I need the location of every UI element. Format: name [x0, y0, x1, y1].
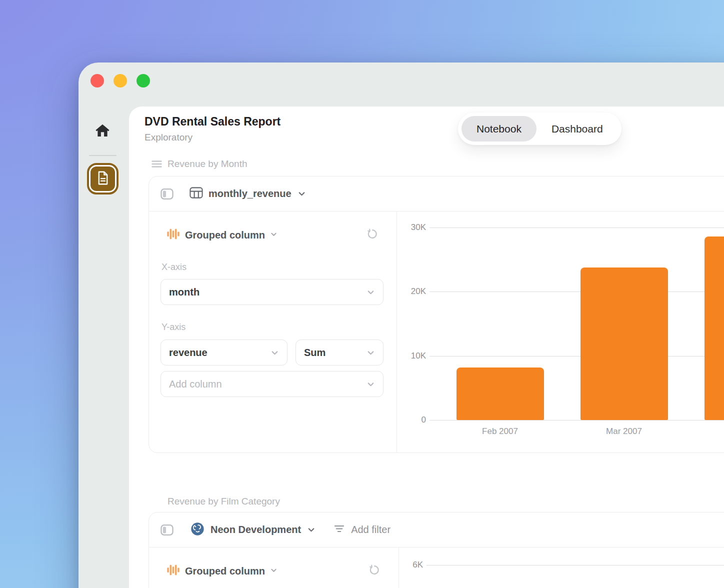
y-gridline [430, 420, 724, 420]
y-gridline [430, 292, 724, 292]
y-tick-label: 0 [398, 415, 426, 425]
chevron-down-icon [366, 288, 375, 296]
reset-chart-button[interactable] [366, 228, 378, 240]
section-title-revenue-by-film-category: Revenue by Film Category [168, 496, 280, 507]
y-axis-select[interactable]: revenue [160, 340, 288, 366]
sidebar-divider [89, 155, 116, 156]
tab-dashboard[interactable]: Dashboard [536, 116, 618, 142]
app-window: DVD Rental Sales Report Exploratory Note… [78, 62, 724, 588]
main-panel: DVD Rental Sales Report Exploratory Note… [129, 106, 724, 588]
card1-header: monthly_revenue [149, 176, 724, 212]
chevron-down-icon [366, 348, 375, 357]
y-gridline [430, 228, 724, 228]
reset-icon [368, 564, 380, 576]
chart-config-panel: Grouped column X-axis [149, 212, 397, 453]
table-selector[interactable]: monthly_revenue [190, 186, 306, 201]
x-axis-label: X-axis [162, 262, 186, 272]
chart-type-selector[interactable]: Grouped column [166, 227, 278, 243]
section-title-revenue-by-month: Revenue by Month [168, 158, 248, 170]
chevron-down-icon [366, 380, 375, 388]
add-column-select[interactable]: Add column [160, 371, 384, 397]
filter-icon [334, 524, 345, 536]
chart-bar [580, 268, 668, 420]
table-icon [190, 186, 203, 201]
y-tick-label: 6K [400, 560, 423, 570]
chart-type-label: Grouped column [185, 566, 265, 577]
chevron-down-icon [270, 230, 278, 240]
chart-bar [704, 236, 724, 420]
document-icon [97, 171, 109, 187]
chevron-down-icon [298, 190, 306, 198]
sidebar-item-home[interactable] [94, 122, 111, 140]
card2-header: Neon Development Add filter [149, 512, 724, 548]
connection-name: Neon Development [210, 524, 301, 536]
y-aggregate-select[interactable]: Sum [296, 340, 384, 366]
chart-bar [456, 368, 544, 420]
block-revenue-by-month: monthly_revenue Grouped column [148, 176, 724, 453]
grouped-column-icon [166, 227, 180, 243]
collapse-panel-button[interactable] [160, 188, 174, 200]
window-controls [90, 74, 150, 88]
chart-type-label: Grouped column [185, 230, 265, 241]
minimize-window-button[interactable] [114, 74, 127, 88]
y-gridline [426, 565, 724, 566]
connection-selector[interactable]: Neon Development [190, 522, 316, 538]
y-axis-label: Y-axis [162, 322, 186, 332]
category-chart-plot: 6K [400, 548, 724, 588]
chevron-down-icon [307, 526, 316, 534]
tab-notebook[interactable]: Notebook [462, 116, 536, 142]
reset-chart-button[interactable] [368, 564, 380, 576]
table-name: monthly_revenue [208, 188, 292, 200]
collapse-panel-button[interactable] [160, 524, 174, 536]
view-toggle: Notebook Dashboard [458, 112, 622, 145]
drag-handle-icon[interactable] [152, 160, 162, 170]
y-gridline [430, 356, 724, 356]
chart-config-panel: Grouped column [149, 548, 399, 588]
page-title: DVD Rental Sales Report [144, 115, 280, 128]
y-tick-label: 10K [398, 351, 426, 361]
add-filter-button[interactable]: Add filter [334, 524, 390, 536]
x-axis-select[interactable]: month [160, 279, 384, 305]
postgresql-icon [190, 522, 205, 538]
chart-type-selector[interactable]: Grouped column [166, 563, 278, 579]
month-chart-plot: 010K20K30KFeb 2007Mar 2007 [398, 212, 724, 453]
x-tick-label: Mar 2007 [586, 426, 662, 436]
x-tick-label: Feb 2007 [462, 426, 538, 436]
page-subtitle: Exploratory [144, 132, 192, 143]
zoom-window-button[interactable] [136, 74, 150, 88]
y-tick-label: 30K [398, 222, 426, 232]
home-icon [94, 132, 111, 141]
grouped-column-icon [166, 563, 180, 579]
y-tick-label: 20K [398, 286, 426, 296]
chevron-down-icon [270, 348, 279, 357]
chevron-down-icon [270, 566, 278, 576]
block-revenue-by-film-category: Neon Development Add filter [148, 512, 724, 588]
reset-icon [366, 228, 378, 240]
close-window-button[interactable] [90, 74, 104, 88]
sidebar-item-report-active[interactable] [87, 163, 118, 194]
